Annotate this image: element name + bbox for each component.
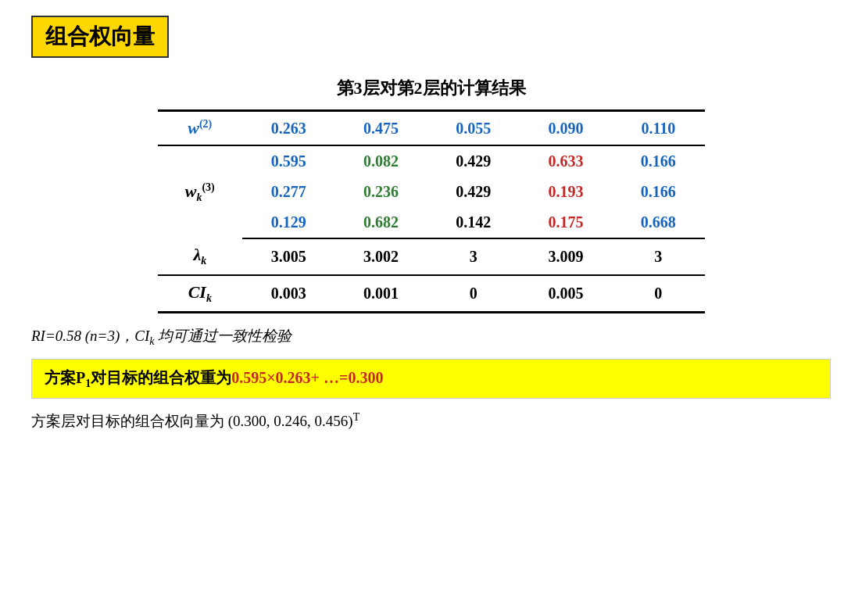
subtitle: 第3层对第2层的计算结果 — [31, 77, 831, 100]
lambda-label: λk — [158, 238, 243, 274]
wk3-r3-v1: 0.129 — [242, 207, 334, 238]
w2-val-1: 0.263 — [242, 111, 334, 146]
wk3-r2-v2: 0.236 — [334, 177, 427, 207]
ci-v4: 0.005 — [520, 275, 612, 313]
wk3-r1-v2: 0.082 — [334, 145, 427, 177]
wk3-r3-v3: 0.142 — [427, 207, 520, 238]
page-title: 组合权向量 — [45, 24, 155, 48]
w2-val-5: 0.110 — [612, 111, 704, 146]
wk3-r3-v5: 0.668 — [612, 207, 704, 238]
w2-row: w(2) 0.263 0.475 0.055 0.090 0.110 — [158, 111, 705, 146]
lambda-v2: 3.002 — [334, 238, 427, 274]
ci-label: CIk — [158, 275, 243, 313]
ci-v1: 0.003 — [242, 275, 334, 313]
wk3-r1-v3: 0.429 — [427, 145, 520, 177]
wk3-r3-v4: 0.175 — [520, 207, 612, 238]
wk3-r2-v5: 0.166 — [612, 177, 704, 207]
w2-label: w(2) — [158, 111, 243, 146]
wk3-r1-v1: 0.595 — [242, 145, 334, 177]
lambda-row: λk 3.005 3.002 3 3.009 3 — [158, 238, 705, 274]
wk3-label: wk(3) — [158, 145, 243, 238]
lambda-v1: 3.005 — [242, 238, 334, 274]
wk3-r2-v1: 0.277 — [242, 177, 334, 207]
wk3-row-1: wk(3) 0.595 0.082 0.429 0.633 0.166 — [158, 145, 705, 177]
wk3-r2-v4: 0.193 — [520, 177, 612, 207]
lambda-v5: 3 — [612, 238, 704, 274]
highlight-box: 方案P1对目标的组合权重为0.595×0.263+ …=0.300 — [31, 359, 831, 399]
ci-v5: 0 — [612, 275, 704, 313]
wk3-r1-v4: 0.633 — [520, 145, 612, 177]
lambda-v4: 3.009 — [520, 238, 612, 274]
w2-val-3: 0.055 — [427, 111, 520, 146]
lambda-v3: 3 — [427, 238, 520, 274]
main-table: w(2) 0.263 0.475 0.055 0.090 0.110 wk(3)… — [158, 109, 705, 313]
note-text: RI=0.58 (n=3)，CIk 均可通过一致性检验 — [31, 326, 831, 348]
ci-v2: 0.001 — [334, 275, 427, 313]
w2-val-4: 0.090 — [520, 111, 612, 146]
ci-row: CIk 0.003 0.001 0 0.005 0 — [158, 275, 705, 313]
w2-val-2: 0.475 — [334, 111, 427, 146]
wk3-r2-v3: 0.429 — [427, 177, 520, 207]
wk3-r3-v2: 0.682 — [334, 207, 427, 238]
wk3-r1-v5: 0.166 — [612, 145, 704, 177]
highlight-colored: 0.595×0.263+ …=0.300 — [231, 369, 383, 386]
title-box: 组合权向量 — [31, 16, 169, 58]
final-note: 方案层对目标的组合权向量为 (0.300, 0.246, 0.456)T — [31, 411, 831, 432]
ci-v3: 0 — [427, 275, 520, 313]
